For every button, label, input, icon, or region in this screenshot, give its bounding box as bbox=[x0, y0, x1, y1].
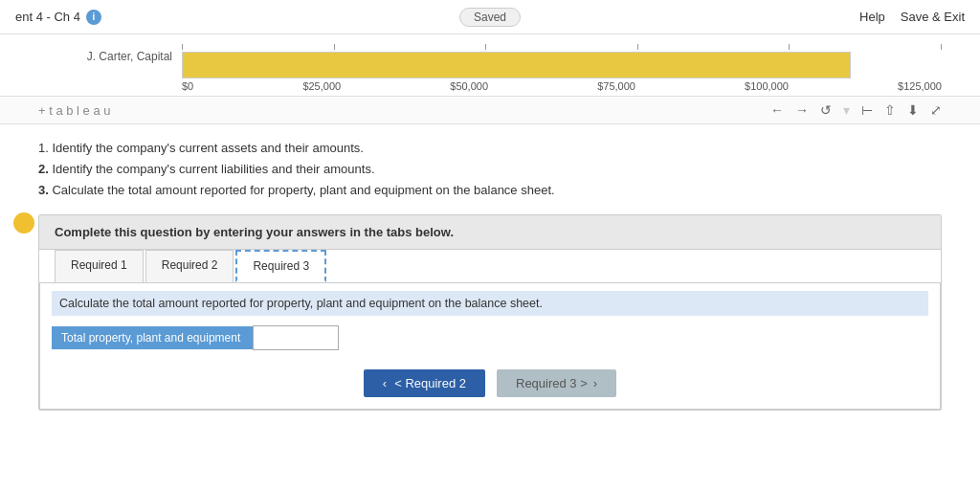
input-label: Total property, plant and equipment bbox=[52, 326, 253, 349]
instruction-2: 2. Identify the company's current liabil… bbox=[38, 159, 942, 180]
instruction-1: 1. Identify the company's current assets… bbox=[38, 138, 942, 159]
tick-marks-top bbox=[182, 44, 942, 52]
prev-icon: ‹ bbox=[383, 376, 387, 390]
instruction-3: 3. Calculate the total amount reported f… bbox=[38, 180, 942, 201]
top-bar-right: Help Save & Exit bbox=[859, 10, 965, 24]
instructions: 1. Identify the company's current assets… bbox=[38, 138, 942, 201]
input-row: Total property, plant and equipment bbox=[52, 325, 928, 350]
axis-label-0: $0 bbox=[182, 80, 193, 92]
share-icon[interactable]: ⇧ bbox=[884, 102, 896, 118]
axis-label-4: $100,000 bbox=[745, 80, 789, 92]
tick-3 bbox=[637, 44, 638, 50]
chart-bar-area: $0 $25,000 $50,000 $75,000 $100,000 $125… bbox=[182, 44, 942, 92]
help-link[interactable]: Help bbox=[859, 10, 885, 24]
back-icon[interactable]: ← bbox=[770, 102, 784, 118]
axis-label-1: $25,000 bbox=[302, 80, 341, 92]
tab-required-2[interactable]: Required 2 bbox=[145, 250, 234, 282]
tableau-icons: ← → ↺ ▾ ⊢ ⇧ ⬇ ⤢ bbox=[770, 102, 942, 118]
expand-icon[interactable]: ⤢ bbox=[930, 102, 942, 118]
separator-icon: ▾ bbox=[843, 102, 850, 118]
prev-button[interactable]: ‹ < Required 2 bbox=[364, 369, 485, 397]
chart-bar-row bbox=[182, 52, 942, 78]
tick-4 bbox=[789, 44, 790, 50]
home-icon[interactable]: ⊢ bbox=[861, 102, 873, 118]
left-indicator bbox=[13, 212, 34, 234]
next-button[interactable]: Required 3 > › bbox=[497, 369, 616, 397]
next-icon: › bbox=[593, 376, 597, 390]
axis-label-2: $50,000 bbox=[450, 80, 488, 92]
download-icon[interactable]: ⬇ bbox=[907, 102, 919, 118]
main-content: 1. Identify the company's current assets… bbox=[0, 124, 980, 420]
chart-section: J. Carter, Capital $0 $25,000 $50,000 $7… bbox=[0, 34, 980, 96]
top-bar-left: ent 4 - Ch 4 i bbox=[15, 10, 101, 25]
tab-required-1[interactable]: Required 1 bbox=[55, 250, 144, 282]
question-header: Complete this question by entering your … bbox=[39, 215, 941, 250]
tabs-container: Required 1 Required 2 Required 3 bbox=[39, 250, 941, 283]
chart-bar bbox=[182, 52, 851, 78]
tick-0 bbox=[182, 44, 183, 50]
tick-1 bbox=[334, 44, 335, 50]
page-title: ent 4 - Ch 4 bbox=[15, 10, 80, 24]
chart-axis: $0 $25,000 $50,000 $75,000 $100,000 $125… bbox=[182, 80, 942, 92]
tab-description: Calculate the total amount reported for … bbox=[52, 291, 928, 316]
nav-buttons: ‹ < Required 2 Required 3 > › bbox=[52, 360, 928, 401]
tableau-brand: + t a b l e a u bbox=[38, 103, 111, 118]
reload-icon[interactable]: ↺ bbox=[820, 102, 832, 118]
tableau-toolbar: + t a b l e a u ← → ↺ ▾ ⊢ ⇧ ⬇ ⤢ bbox=[0, 96, 980, 124]
tick-5 bbox=[941, 44, 942, 50]
question-box: Complete this question by entering your … bbox=[38, 214, 942, 411]
total-property-input[interactable] bbox=[253, 325, 339, 350]
chart-label: J. Carter, Capital bbox=[77, 44, 182, 63]
axis-label-5: $125,000 bbox=[898, 80, 942, 92]
tick-2 bbox=[485, 44, 486, 50]
forward-icon[interactable]: → bbox=[795, 102, 809, 118]
tab-content: Calculate the total amount reported for … bbox=[39, 283, 941, 410]
axis-label-3: $75,000 bbox=[597, 80, 635, 92]
saved-badge: Saved bbox=[459, 8, 521, 27]
save-exit-button[interactable]: Save & Exit bbox=[901, 10, 965, 24]
info-icon[interactable]: i bbox=[86, 10, 101, 25]
top-bar: ent 4 - Ch 4 i Saved Help Save & Exit bbox=[0, 0, 980, 34]
tab-required-3[interactable]: Required 3 bbox=[235, 250, 326, 282]
